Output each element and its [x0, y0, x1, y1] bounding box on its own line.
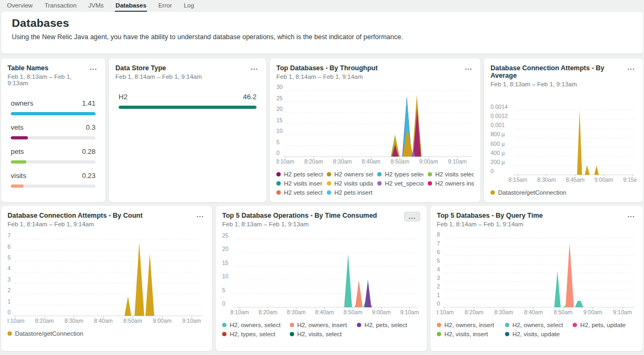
y-axis-label: 30	[276, 84, 283, 90]
legend-item[interactable]: H2, pets, update	[573, 322, 636, 328]
x-axis-label: 8:15am	[509, 176, 528, 183]
chart-series-area	[135, 242, 144, 316]
y-axis-label: 5	[8, 254, 11, 261]
x-axis-label: 8:20am	[259, 309, 277, 315]
nav-tab-overview[interactable]: Overview	[6, 0, 33, 12]
throughput-legend: H2 pets selectH2 owners selectH2 types s…	[276, 171, 474, 196]
legend-color-dot	[327, 190, 331, 195]
legend-item[interactable]: H2, visits, select	[290, 331, 353, 337]
legend-item[interactable]: H2 vet_specialti…	[377, 180, 423, 187]
nav-tab-log[interactable]: Log	[183, 0, 194, 12]
card-title: Top 5 Databases - By Query Time	[437, 212, 543, 219]
ellipsis-menu-icon[interactable]: ...	[88, 64, 99, 71]
legend-label: H2 visits update	[334, 180, 373, 187]
time-consumed-legend: H2, owners, selectH2, owners, insertH2, …	[222, 322, 420, 337]
legend-label: Datastore/getConnection	[15, 330, 83, 337]
legend-item[interactable]: H2 visits update	[327, 180, 373, 187]
x-axis-label: 8:50am	[343, 309, 362, 315]
y-axis-label: 0.0014	[491, 103, 508, 110]
chart-canvas: 0200 µ400 µ600 µ800 µ0.0010.00120.00148:…	[491, 103, 636, 184]
nav-tab-error[interactable]: Error	[158, 0, 173, 12]
card-table-names: Table Names Feb 1, 8:13am – Feb 1, 9:13a…	[1, 58, 105, 202]
card-connection-attempts-count: Database Connection Attempts - By Count …	[1, 206, 212, 351]
bar-value: 1.41	[82, 99, 96, 107]
chart-series-area	[585, 165, 590, 175]
nav-tab-jvms[interactable]: JVMs	[88, 0, 105, 12]
bar-value: 46.2	[243, 93, 257, 101]
bar-fill	[11, 160, 26, 164]
card-top5-databases-query-time: Top 5 Databases - By Query Time Feb 1, 8…	[430, 206, 643, 351]
legend-item[interactable]: H2, visits, update	[505, 331, 569, 337]
legend-label: H2 owners insert	[435, 180, 474, 187]
legend-item[interactable]: Datastore/getConnection	[8, 330, 206, 337]
nav-tab-databases[interactable]: Databases	[115, 0, 147, 12]
legend-color-dot	[290, 332, 294, 336]
query-time-chart[interactable]: 0123456788:10am8:20am8:30am8:40am8:50am9…	[437, 232, 636, 316]
chart-canvas: 0510152025308:10am8:20am8:30am8:40am8:50…	[276, 84, 474, 166]
x-axis-label: 9:15am	[623, 176, 636, 183]
legend-item[interactable]: H2, owners, select	[505, 322, 569, 328]
legend-label: H2, visits, update	[513, 331, 560, 337]
x-axis-label: 8:30am	[287, 309, 306, 315]
bar-track	[11, 184, 96, 188]
connection-count-chart[interactable]: 012345678:10am8:20am8:30am8:40am8:50am9:…	[8, 232, 206, 325]
legend-item[interactable]: H2 pets insert	[327, 189, 373, 196]
x-axis-label: 8:50am	[554, 309, 573, 315]
legend-label: H2 pets select	[284, 171, 323, 178]
bar-track	[119, 106, 257, 109]
legend-label: H2 visits select	[435, 171, 474, 178]
legend-item[interactable]: H2 visits insert	[276, 180, 323, 187]
connection-average-chart[interactable]: 0200 µ400 µ600 µ800 µ0.0010.00120.00148:…	[491, 103, 636, 184]
x-axis-label: 8:10am	[230, 309, 249, 315]
legend-color-dot	[505, 332, 509, 336]
card-top5-operations-time-consumed: Top 5 Database Operations - By Time Cons…	[216, 206, 427, 351]
x-axis-label: 8:30am	[64, 317, 83, 324]
y-axis-label: 10	[276, 128, 283, 134]
bar-fill	[119, 106, 257, 109]
legend-item[interactable]: H2, types, select	[222, 331, 286, 337]
ellipsis-menu-icon[interactable]: ...	[404, 212, 420, 221]
y-axis-label: 0	[437, 300, 440, 307]
legend-item[interactable]: H2 owners select	[327, 171, 373, 178]
legend-label: H2 types select	[385, 171, 423, 178]
nav-tab-transaction[interactable]: Transaction	[44, 0, 77, 12]
legend-item[interactable]: H2, owners, insert	[290, 322, 353, 328]
x-axis-label: 8:40am	[94, 317, 113, 324]
time-consumed-chart[interactable]: 05101520258:10am8:20am8:30am8:40am8:50am…	[222, 232, 420, 316]
legend-item[interactable]: H2, visits, insert	[437, 331, 501, 337]
chart-series-area	[554, 271, 561, 308]
ellipsis-menu-icon[interactable]: ...	[249, 64, 260, 71]
bar-list: H246.2	[115, 83, 260, 109]
legend-item[interactable]: H2 types select	[377, 171, 423, 178]
x-axis-label: 8:10am	[8, 317, 25, 324]
legend-item[interactable]: H2 owners insert	[428, 180, 474, 187]
x-axis-label: 9:00am	[419, 158, 438, 165]
legend-item[interactable]: Datastore/getConnection	[491, 189, 636, 196]
legend-item[interactable]: H2, owners, insert	[437, 322, 501, 328]
card-connection-attempts-average: Database Connection Attempts - By Averag…	[484, 58, 643, 202]
legend-label: H2 vet_specialti…	[385, 180, 423, 187]
bar-label: vets	[11, 123, 24, 131]
legend-item[interactable]: H2 vets select	[276, 189, 323, 196]
legend-item[interactable]: H2 pets select	[276, 171, 323, 178]
legend-label: H2, owners, insert	[444, 322, 494, 328]
ellipsis-menu-icon[interactable]: ...	[195, 212, 206, 218]
y-axis-label: 8	[437, 232, 440, 238]
legend-color-dot	[377, 172, 382, 176]
legend-label: H2, owners, insert	[297, 322, 347, 328]
legend-item[interactable]: H2 visits select	[428, 171, 474, 178]
legend-item[interactable]: H2, owners, select	[222, 322, 286, 328]
card-title: Database Connection Attempts - By Count	[8, 212, 143, 219]
throughput-chart[interactable]: 0510152025308:10am8:20am8:30am8:40am8:50…	[276, 84, 474, 166]
ellipsis-menu-icon[interactable]: ...	[626, 212, 636, 218]
legend-color-dot	[505, 323, 509, 327]
chart-canvas: 0123456788:10am8:20am8:30am8:40am8:50am9…	[437, 232, 636, 316]
ellipsis-menu-icon[interactable]: ...	[463, 64, 474, 71]
legend-item[interactable]: H2, pets, select	[357, 322, 420, 328]
bar-row: H246.2	[115, 93, 260, 109]
ellipsis-menu-icon[interactable]: ...	[626, 64, 636, 71]
y-axis-label: 1	[8, 298, 11, 305]
y-axis-label: 5	[276, 139, 280, 145]
y-axis-label: 4	[8, 265, 11, 271]
bar-row: owners1.41	[8, 99, 99, 115]
